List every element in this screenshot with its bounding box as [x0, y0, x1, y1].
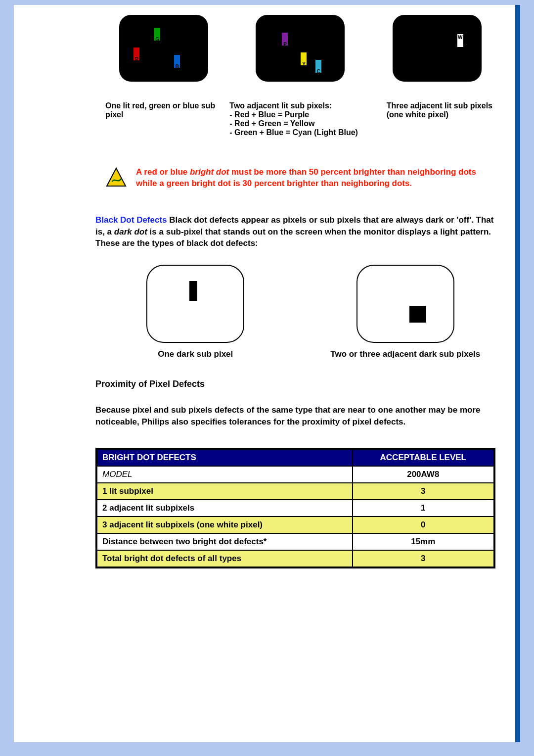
table-row: 3 adjacent lit subpixels (one white pixe…: [96, 517, 494, 533]
table-cell-value: 0: [353, 517, 494, 533]
label-p: P: [283, 42, 287, 47]
caption-two-line1: - Red + Blue = Purple: [229, 110, 376, 119]
subpixel-white: W: [457, 34, 464, 47]
page-root: R G B P Y C W One lit red, green or bl: [0, 0, 534, 756]
subpixel-green: G: [154, 27, 161, 41]
table-cell-label: 3 adjacent lit subpixels (one white pixe…: [96, 517, 353, 533]
table-cell-label: 2 adjacent lit subpixels: [96, 500, 353, 517]
label-w: W: [458, 35, 462, 40]
caption-two-line3: - Green + Blue = Cyan (Light Blue): [229, 128, 376, 137]
table-cell-value: 3: [353, 550, 494, 567]
figure-three-subpixels: W: [379, 15, 495, 82]
svg-marker-0: [107, 168, 126, 186]
black-dot-italic: dark dot: [114, 227, 147, 236]
table-row: Distance between two bright dot defects*…: [96, 533, 494, 550]
svg-rect-4: [409, 306, 426, 323]
note-text: A red or blue bright dot must be more th…: [136, 167, 495, 189]
table-cell-value: 3: [353, 483, 494, 500]
bright-dot-note: A red or blue bright dot must be more th…: [105, 167, 495, 189]
table-header-defects: BRIGHT DOT DEFECTS: [96, 449, 353, 466]
table-header-level: ACCEPTABLE LEVEL: [353, 449, 494, 466]
proximity-text: Because pixel and sub pixels defects of …: [95, 404, 495, 428]
tile-pyc: P Y C: [256, 15, 345, 82]
svg-rect-2: [189, 281, 197, 301]
figure-two-subpixels: P Y C: [242, 15, 358, 82]
table-cell-label: Distance between two bright dot defects*: [96, 533, 353, 550]
subpixel-yellow: Y: [300, 52, 307, 66]
svg-rect-1: [147, 265, 244, 342]
figure-one-subpixel: R G B: [105, 15, 222, 82]
subpixel-blue: B: [174, 54, 180, 68]
label-y: Y: [302, 61, 306, 67]
table-row: 1 lit subpixel3: [96, 483, 494, 500]
table-cell-value: 15mm: [353, 533, 494, 550]
black-dot-heading: Black Dot Defects: [95, 215, 167, 225]
table-cell-value: 1: [353, 500, 494, 517]
bright-dot-captions: One lit red, green or blue sub pixel Two…: [105, 101, 495, 137]
subpixel-cyan: C: [315, 59, 322, 73]
label-c: C: [317, 69, 320, 74]
table-cell-label: Total bright dot defects of all types: [96, 550, 353, 567]
table-row: Total bright dot defects of all types3: [96, 550, 494, 567]
subpixel-red: R: [133, 47, 140, 61]
note-italic: bright dot: [190, 167, 229, 177]
black-dot-text-b: is a sub-pixel that stands out on the sc…: [95, 227, 491, 248]
note-part1: A red or blue: [136, 167, 190, 177]
black-dot-paragraph: Black Dot Defects Black dot defects appe…: [95, 214, 495, 249]
black-dot-figures-row: [105, 264, 495, 343]
table-cell-value: 200AW8: [353, 466, 494, 483]
table-row: MODEL200AW8: [96, 466, 494, 483]
black-dot-captions: One dark sub pixel Two or three adjacent…: [105, 349, 495, 359]
caption-two-head: Two adjacent lit sub pixels:: [229, 101, 376, 110]
tile-rgb: R G B: [119, 15, 208, 82]
caption-one-dark: One dark sub pixel: [105, 349, 286, 359]
svg-rect-3: [357, 265, 454, 342]
bright-dot-figures-row: R G B P Y C W: [105, 15, 495, 82]
label-g: G: [155, 37, 159, 42]
tile-white: W: [393, 15, 482, 82]
figure-two-three-dark: [356, 264, 455, 343]
figure-one-dark: [146, 264, 245, 343]
caption-two-subpixels: Two adjacent lit sub pixels: - Red + Blu…: [229, 101, 376, 137]
table-row: 2 adjacent lit subpixels1: [96, 500, 494, 517]
caption-two-three-dark: Two or three adjacent dark sub pixels: [315, 349, 496, 359]
table-cell-label: 1 lit subpixel: [96, 483, 353, 500]
proximity-heading: Proximity of Pixel Defects: [95, 379, 495, 389]
label-b: B: [176, 64, 179, 69]
content-panel: R G B P Y C W One lit red, green or bl: [14, 5, 520, 742]
label-r: R: [135, 56, 138, 62]
warning-icon: [105, 167, 127, 189]
table-cell-label: MODEL: [96, 466, 353, 483]
caption-two-line2: - Red + Green = Yellow: [229, 119, 376, 128]
bright-dot-defects-table: BRIGHT DOT DEFECTS ACCEPTABLE LEVEL MODE…: [95, 448, 495, 568]
table-body: MODEL200AW81 lit subpixel32 adjacent lit…: [96, 466, 494, 567]
caption-three-subpixels: Three adjacent lit sub pixels (one white…: [387, 101, 495, 137]
subpixel-purple: P: [281, 32, 288, 46]
caption-one-subpixel: One lit red, green or blue sub pixel: [105, 101, 220, 137]
